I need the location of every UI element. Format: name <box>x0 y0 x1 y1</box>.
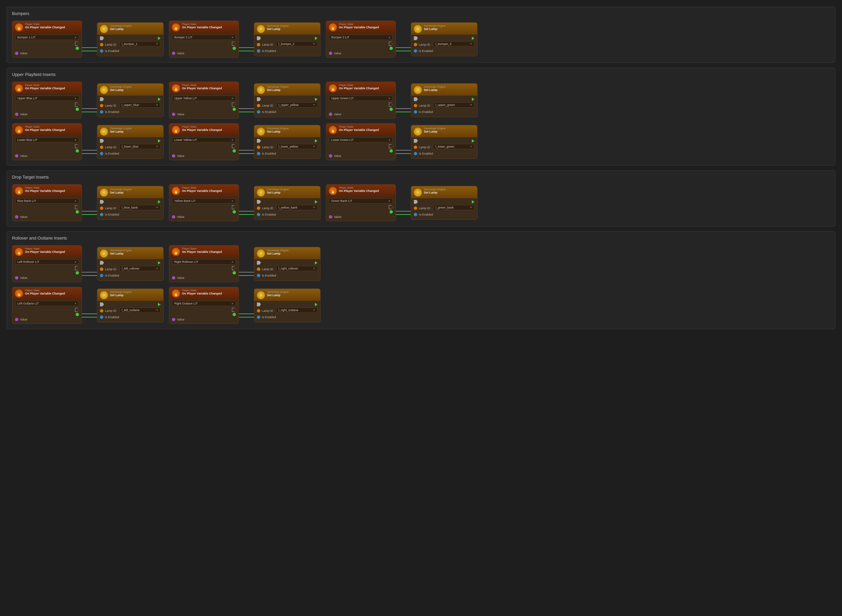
lamp-id-dropdown[interactable]: l_upper_yellow ▼ <box>276 102 318 108</box>
lamp-id-label: Lamp ID <box>105 43 116 46</box>
section-row-0: 🔥 Player State On Player Variable Change… <box>12 82 830 119</box>
is-enabled-label: Is Enabled <box>262 152 276 155</box>
engine-sub: Gamelogic Engine <box>110 85 132 88</box>
variable-dropdown[interactable]: Right Outlane LIT ▼ <box>172 301 236 306</box>
player-state-title: Player State On Player Variable Changed <box>182 84 222 91</box>
node-pair: 🔥 Player State On Player Variable Change… <box>12 245 164 282</box>
variable-dropdown[interactable]: Upper Blue LIT ▼ <box>15 95 79 101</box>
exec-wire <box>82 272 97 273</box>
lamp-id-dropdown[interactable]: l_upper_blue ▼ <box>119 102 161 108</box>
exec-in-pin <box>100 139 104 143</box>
variable-dropdown[interactable]: Upper Yellow LIT ▼ <box>172 95 236 101</box>
lamp-id-value: l_lower_blue <box>122 145 139 148</box>
player-state-body: Lower Yellow LIT ▼ Value <box>169 136 239 160</box>
is-enabled-label: Is Enabled <box>419 49 433 53</box>
green-out-pin-line <box>329 210 393 214</box>
exec-out-pin <box>232 205 236 209</box>
exec-in-pin-line <box>257 261 318 265</box>
variable-dropdown[interactable]: Left Outlane LIT ▼ <box>15 301 79 306</box>
player-state-icon: 🔥 <box>172 248 180 256</box>
lamp-id-dropdown[interactable]: l_green_bank ▼ <box>433 205 474 210</box>
exec-in-pin <box>414 97 418 101</box>
exec-out-pin <box>75 144 79 148</box>
variable-dropdown[interactable]: Lower Blue LIT ▼ <box>15 137 79 142</box>
value-pin-row: Value <box>329 113 393 116</box>
green-wire <box>82 111 97 112</box>
is-enabled-label: Is Enabled <box>419 110 433 114</box>
is-enabled-pin-line: Is Enabled <box>100 152 161 155</box>
variable-value: Bumper 3 LIT <box>331 36 349 39</box>
is-enabled-pin <box>100 110 103 114</box>
player-state-header: 🔥 Player State On Player Variable Change… <box>169 123 239 136</box>
lamp-id-label: Lamp ID <box>262 207 273 210</box>
exec-out-pin-line <box>172 205 236 209</box>
variable-value: Bumper 2 LIT <box>174 36 192 39</box>
dropdown-arrow: ▼ <box>74 302 77 305</box>
engine-header: ☀ Gamelogic Engine Set Lamp <box>254 247 320 259</box>
lamp-id-dropdown[interactable]: l_bumper_2 ▼ <box>276 41 318 47</box>
lamp-id-pin-line: Lamp ID l_yellow_bank ▼ <box>257 205 318 212</box>
variable-dropdown[interactable]: Left Rollover LIT ▼ <box>15 259 79 264</box>
exec-out-pin-line <box>329 144 393 148</box>
lamp-id-dropdown[interactable]: l_bumper_1 ▼ <box>119 41 161 47</box>
engine-sub: Gamelogic Engine <box>110 249 132 252</box>
player-state-node: 🔥 Player State On Player Variable Change… <box>169 123 239 160</box>
player-state-sub: Player State <box>339 23 379 26</box>
variable-dropdown[interactable]: Lower Yellow LIT ▼ <box>172 137 236 142</box>
green-out-pin-line <box>15 149 79 153</box>
variable-dropdown[interactable]: Green Bank LIT ▼ <box>329 198 393 204</box>
lamp-id-dropdown[interactable]: l_yellow_bank ▼ <box>276 205 318 210</box>
player-state-header: 🔥 Player State On Player Variable Change… <box>326 185 396 197</box>
player-state-main: On Player Variable Changed <box>182 189 222 193</box>
is-enabled-label: Is Enabled <box>262 213 276 216</box>
exec-out-pin <box>389 103 393 107</box>
exec-out-arrow <box>315 303 318 306</box>
player-state-body: Upper Green LIT ▼ Value <box>326 94 396 118</box>
exec-out-pin <box>389 205 393 209</box>
is-enabled-label: Is Enabled <box>105 49 119 53</box>
lamp-id-dropdown[interactable]: l_lower_green ▼ <box>433 144 474 149</box>
lamp-dropdown-arrow: ▼ <box>156 267 158 270</box>
exec-wire <box>82 108 97 109</box>
variable-dropdown[interactable]: Bumper 1 LIT ▼ <box>15 35 79 40</box>
variable-dropdown[interactable]: Bumper 2 LIT ▼ <box>172 35 236 40</box>
player-state-title: Player State On Player Variable Changed <box>182 289 222 296</box>
dropdown-arrow: ▼ <box>231 200 233 202</box>
engine-sub: Gamelogic Engine <box>267 290 289 293</box>
variable-dropdown[interactable]: Bumper 3 LIT ▼ <box>329 35 393 40</box>
is-enabled-label: Is Enabled <box>262 49 276 53</box>
exec-in-pin <box>100 36 104 40</box>
lamp-id-dropdown[interactable]: l_left_outlane ▼ <box>119 308 161 313</box>
lamp-id-dropdown[interactable]: l_left_rollover ▼ <box>119 266 161 271</box>
exec-out-arrow <box>158 303 161 306</box>
variable-dropdown[interactable]: Upper Green LIT ▼ <box>329 95 393 101</box>
node-pair: 🔥 Player State On Player Variable Change… <box>169 21 321 58</box>
variable-dropdown[interactable]: Lower Green LIT ▼ <box>329 137 393 142</box>
green-out-pin-line <box>172 271 236 274</box>
exec-in-pin <box>257 36 261 40</box>
lamp-id-dropdown[interactable]: l_lower_yellow ▼ <box>276 144 318 149</box>
variable-dropdown[interactable]: Yellow Bank LIT ▼ <box>172 198 236 204</box>
green-out-pin-line <box>172 47 236 50</box>
lamp-id-dropdown[interactable]: l_blue_bank ▼ <box>119 205 161 210</box>
exec-in-pin <box>100 200 104 204</box>
value-label: Value <box>177 318 184 321</box>
value-label: Value <box>177 51 184 55</box>
engine-body: Lamp ID l_green_bank ▼ Is Enabled <box>411 198 477 220</box>
purple-in-pin <box>329 113 332 116</box>
lamp-id-dropdown[interactable]: l_right_outlane ▼ <box>276 308 318 313</box>
lamp-dropdown-arrow: ▼ <box>156 145 158 148</box>
exec-out-arrow <box>472 200 474 204</box>
lamp-id-dropdown[interactable]: l_upper_green ▼ <box>433 102 474 108</box>
lamp-id-dropdown[interactable]: l_bumper_3 ▼ <box>433 41 474 47</box>
value-label: Value <box>177 276 184 280</box>
lamp-id-dropdown[interactable]: l_right_rollover ▼ <box>276 266 318 271</box>
purple-in-pin <box>172 276 175 280</box>
lamp-id-dropdown[interactable]: l_lower_blue ▼ <box>119 144 161 149</box>
player-state-title: Player State On Player Variable Changed <box>339 84 379 91</box>
variable-dropdown[interactable]: Right Rollover LIT ▼ <box>172 259 236 264</box>
exec-wire <box>396 108 411 109</box>
node-pair: 🔥 Player State On Player Variable Change… <box>12 82 164 119</box>
player-state-sub: Player State <box>25 186 65 189</box>
variable-dropdown[interactable]: Blue Bank LIT ▼ <box>15 198 79 204</box>
